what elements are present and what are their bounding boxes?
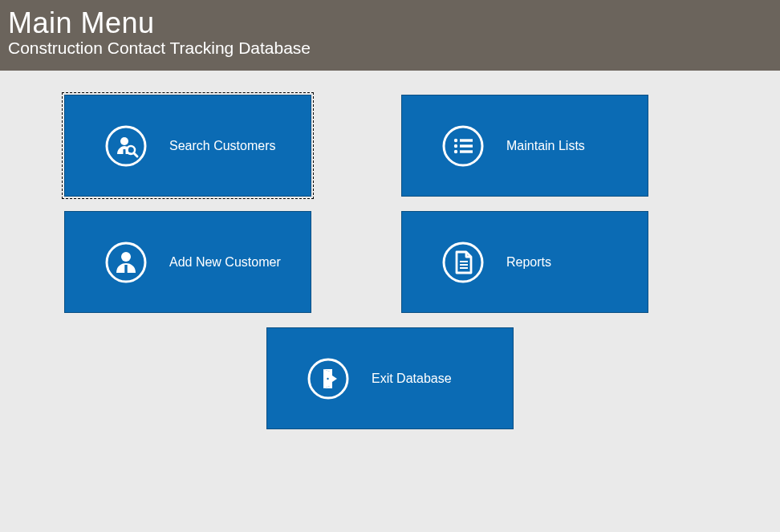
search-customer-icon xyxy=(105,125,147,167)
reports-label: Reports xyxy=(506,255,551,270)
svg-point-8 xyxy=(454,144,457,147)
svg-line-5 xyxy=(134,152,138,156)
svg-rect-15 xyxy=(124,265,127,273)
page-subtitle: Construction Contact Tracking Database xyxy=(8,39,772,58)
svg-point-21 xyxy=(327,377,328,379)
maintain-lists-label: Maintain Lists xyxy=(506,139,585,153)
person-icon xyxy=(105,242,147,283)
header: Main Menu Construction Contact Tracking … xyxy=(0,0,780,71)
add-new-customer-button[interactable]: Add New Customer xyxy=(64,211,311,313)
svg-point-9 xyxy=(454,149,457,152)
svg-rect-12 xyxy=(460,150,473,152)
exit-database-button[interactable]: Exit Database xyxy=(266,327,514,429)
search-customers-button[interactable]: Search Customers xyxy=(64,95,311,197)
reports-button[interactable]: Reports xyxy=(401,211,648,313)
svg-rect-2 xyxy=(124,149,126,155)
svg-point-0 xyxy=(107,127,145,165)
svg-point-13 xyxy=(107,243,145,282)
add-new-customer-label: Add New Customer xyxy=(169,255,281,270)
svg-point-1 xyxy=(120,137,128,145)
exit-database-label: Exit Database xyxy=(372,372,452,386)
exit-icon xyxy=(307,358,349,400)
maintain-lists-button[interactable]: Maintain Lists xyxy=(401,95,648,197)
svg-rect-10 xyxy=(460,139,473,141)
search-customers-label: Search Customers xyxy=(169,139,276,153)
list-icon xyxy=(442,125,484,167)
svg-rect-22 xyxy=(330,377,334,380)
document-icon xyxy=(442,242,484,283)
main-menu: Search Customers Maintain Lists xyxy=(0,71,780,453)
svg-point-4 xyxy=(128,147,133,152)
page-title: Main Menu xyxy=(8,6,772,40)
svg-point-14 xyxy=(121,252,131,262)
svg-rect-11 xyxy=(460,144,473,147)
svg-point-7 xyxy=(454,138,457,141)
